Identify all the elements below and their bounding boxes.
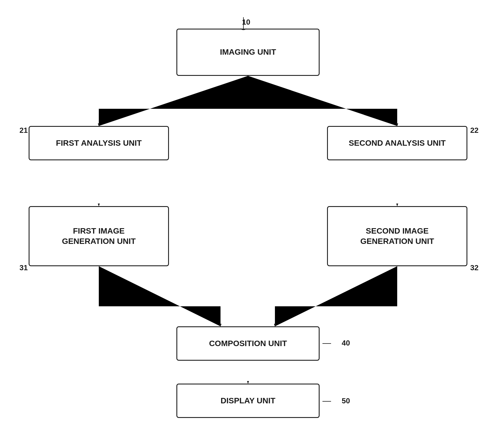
label-40: 40 bbox=[322, 339, 350, 348]
imaging-unit-label: IMAGING UNIT bbox=[220, 47, 276, 57]
display-unit-label: DISPLAY UNIT bbox=[221, 396, 275, 406]
ref-line-10 bbox=[229, 17, 258, 31]
composition-unit-label: COMPOSITION UNIT bbox=[209, 338, 287, 349]
second-analysis-unit-label: SECOND ANALYSIS UNIT bbox=[349, 138, 446, 148]
first-analysis-unit-box: FIRST ANALYSIS UNIT bbox=[29, 126, 169, 160]
label-21: 21 bbox=[19, 126, 28, 135]
first-image-gen-box: FIRST IMAGE GENERATION UNIT bbox=[29, 206, 169, 266]
label-22: 22 bbox=[470, 126, 479, 135]
diagram: 10 IMAGING UNIT 21 FIRST ANALYSIS UNIT 2… bbox=[0, 0, 496, 448]
display-unit-box: DISPLAY UNIT bbox=[176, 384, 320, 418]
imaging-unit-box: IMAGING UNIT bbox=[176, 29, 320, 76]
composition-unit-box: COMPOSITION UNIT bbox=[176, 326, 320, 361]
label-31: 31 bbox=[19, 263, 28, 272]
label-32: 32 bbox=[470, 263, 479, 272]
second-image-gen-box: SECOND IMAGE GENERATION UNIT bbox=[327, 206, 467, 266]
label-50: 50 bbox=[322, 396, 350, 406]
second-image-gen-label: SECOND IMAGE GENERATION UNIT bbox=[360, 226, 434, 247]
first-image-gen-label: FIRST IMAGE GENERATION UNIT bbox=[62, 226, 136, 247]
first-analysis-unit-label: FIRST ANALYSIS UNIT bbox=[56, 138, 142, 148]
second-analysis-unit-box: SECOND ANALYSIS UNIT bbox=[327, 126, 467, 160]
